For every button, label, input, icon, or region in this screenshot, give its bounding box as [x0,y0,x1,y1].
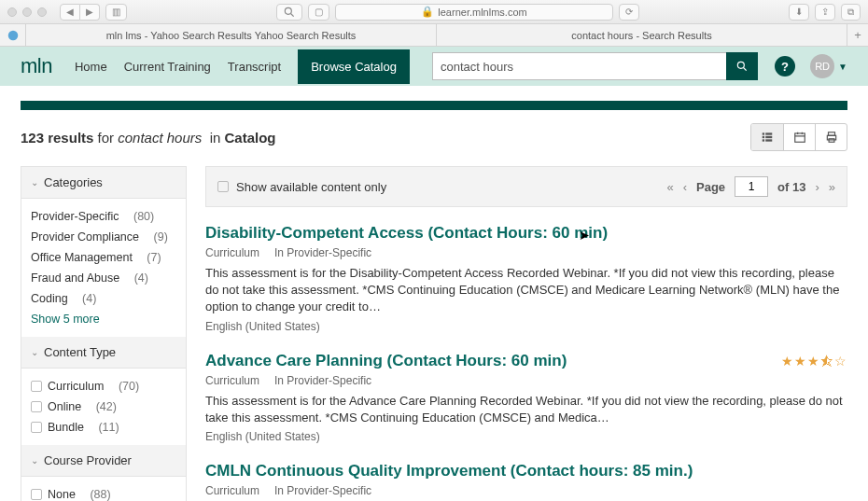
filter-item[interactable]: Bundle (11) [21,417,186,438]
accent-bar [21,101,847,110]
search-toggle-button[interactable] [276,4,302,21]
browser-tab-2[interactable]: contact hours - Search Results [437,24,847,46]
chevron-down-icon: ⌄ [31,455,38,466]
search-result: Disability-Competent Access (Contact Hou… [205,224,847,333]
nav-home[interactable]: Home [75,60,107,74]
available-only-checkbox[interactable] [217,181,229,192]
checkbox[interactable] [31,381,42,392]
svg-point-0 [285,7,291,14]
page-label: Page [696,180,725,194]
svg-rect-9 [763,139,764,141]
result-title-link[interactable]: Advance Care Planning (Contact Hours: 60… [205,352,567,370]
svg-rect-6 [765,132,772,134]
svg-rect-8 [765,136,772,138]
filter-item[interactable]: Fraud and Abuse (4) [21,268,186,288]
filter-item[interactable]: None (88) [21,484,186,501]
filter-item[interactable]: Provider-Specific (80) [21,206,186,227]
filter-course-provider-header[interactable]: ⌄ Course Provider [21,445,186,477]
page-total: of 13 [777,180,805,194]
address-bar[interactable]: 🔒 learner.mlnlms.com [335,4,613,21]
result-description: This assessment is for the Advance Care … [205,393,847,426]
caret-down-icon: ▼ [838,62,847,72]
filter-item[interactable]: Coding (4) [21,288,186,309]
browser-toolbar: ◀ ▶ ▥ ▢ 🔒 learner.mlnlms.com ⟳ ⬇ ⇪ ⧉ [0,0,868,24]
list-view-button[interactable] [751,124,783,150]
page-input[interactable] [735,176,768,197]
share-button[interactable]: ⇪ [815,4,835,21]
nav-current-training[interactable]: Current Training [124,60,211,74]
prev-page-button[interactable]: ‹ [683,180,687,194]
print-button[interactable] [815,124,847,150]
result-title-link[interactable]: CMLN Continuous Quality Improvement (Con… [205,462,693,480]
svg-rect-7 [763,136,764,138]
next-page-button[interactable]: › [815,180,819,194]
filter-item[interactable]: Provider Compliance (9) [21,227,186,247]
filter-item[interactable]: Office Management (7) [21,247,186,268]
results-main: Show available content only « ‹ Page of … [205,166,847,501]
forward-button[interactable]: ▶ [80,4,100,21]
results-toolbar: Show available content only « ‹ Page of … [205,166,847,207]
calendar-view-button[interactable] [783,124,815,150]
svg-rect-5 [763,132,764,134]
checkbox[interactable] [31,422,42,433]
downloads-button[interactable]: ⬇ [789,4,809,21]
pinned-tab-icon[interactable] [0,24,26,46]
pagination: « ‹ Page of 13 › » [666,176,835,197]
app-header: mln Home Current Training Transcript Bro… [0,47,868,86]
result-title-link[interactable]: Disability-Competent Access (Contact Hou… [205,224,608,243]
nav-transcript[interactable]: Transcript [228,60,281,74]
reload-button[interactable]: ⟳ [619,4,639,21]
svg-line-1 [291,13,294,16]
logo: mln [21,54,52,78]
add-tab-button[interactable]: + [847,24,868,46]
minimize-window-dot[interactable] [22,7,32,17]
results-header: 123 results for contact hours in Catalog [21,123,847,151]
search-result: CMLN Continuous Quality Improvement (Con… [205,462,847,501]
new-tab-button[interactable]: ▢ [308,4,329,21]
svg-point-2 [7,30,18,40]
user-menu[interactable]: RD ▼ [810,54,847,78]
window-controls [7,7,47,17]
avatar: RD [810,54,834,78]
sidebar-toggle-button[interactable]: ▥ [105,4,127,21]
search-result: Advance Care Planning (Contact Hours: 60… [205,352,847,443]
available-only-label: Show available content only [236,180,386,194]
search-button[interactable] [726,52,758,80]
result-language: English (United States) [205,430,847,443]
chevron-down-icon: ⌄ [31,177,38,188]
tabs-button[interactable]: ⧉ [841,4,861,21]
svg-rect-11 [794,133,805,142]
browser-tab-1[interactable]: mln lms - Yahoo Search Results Yahoo Sea… [26,24,437,46]
url-text: learner.mlnlms.com [438,7,526,18]
view-mode-buttons [750,123,847,151]
last-page-button[interactable]: » [829,180,835,194]
rating-stars-icon: ★★★⯪☆ [781,354,847,369]
result-scope: Catalog [225,130,276,146]
result-query: contact hours [118,130,202,146]
result-language: English (United States) [205,320,847,333]
close-window-dot[interactable] [7,7,17,17]
search-input[interactable] [432,52,726,80]
filter-content-type-header[interactable]: ⌄ Content Type [21,337,186,369]
filter-item[interactable]: Curriculum (70) [21,376,186,397]
show-more-categories[interactable]: Show 5 more [21,309,186,329]
chevron-down-icon: ⌄ [31,347,38,357]
lock-icon: 🔒 [421,6,434,18]
nav-browse-catalog[interactable]: Browse Catalog [298,49,410,84]
help-icon[interactable]: ? [775,56,795,77]
first-page-button[interactable]: « [666,180,673,194]
filter-categories-header[interactable]: ⌄ Categories [21,167,186,199]
checkbox[interactable] [31,489,42,500]
result-count: 123 results [21,130,93,146]
zoom-window-dot[interactable] [37,7,47,17]
browser-tabs: mln lms - Yahoo Search Results Yahoo Sea… [0,24,868,47]
result-description: This assessment is for the Disability-Co… [205,265,847,316]
checkbox[interactable] [31,401,42,412]
back-button[interactable]: ◀ [60,4,80,21]
filters-sidebar: ⌄ Categories Provider-Specific (80) Prov… [21,166,187,501]
filter-item[interactable]: Online (42) [21,397,186,417]
svg-rect-10 [765,139,772,141]
svg-line-4 [744,68,747,71]
svg-point-3 [737,62,744,68]
catalog-search [432,52,758,80]
